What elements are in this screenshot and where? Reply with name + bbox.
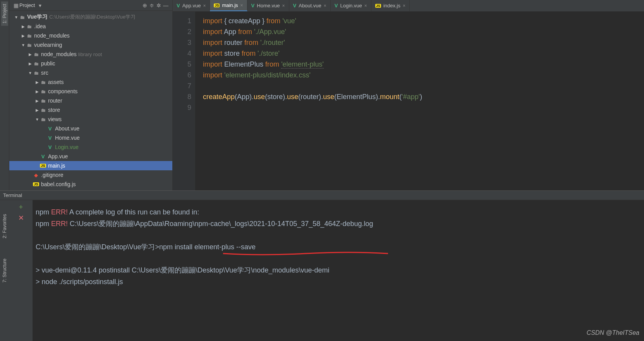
project-panel: ▦ Project ▾ ⊕ ≑ ✲ — ▼🖿Vue学习C:\Users\爱闹的蹦… — [9, 0, 173, 190]
project-panel-title: Project — [19, 2, 35, 8]
project-icon: ▦ — [12, 2, 19, 9]
tree-row[interactable]: ▶🖿public — [9, 59, 172, 68]
toolwindow-tab-favorites[interactable]: 2: Favorites — [1, 212, 8, 241]
terminal-header[interactable]: Terminal — [0, 191, 644, 200]
tree-row[interactable]: ◆.gitignore — [9, 170, 172, 180]
close-icon[interactable]: × — [364, 3, 367, 9]
tree-row[interactable]: JSbabel.config.js — [9, 180, 172, 189]
upper-pane: 1: Project ▦ Project ▾ ⊕ ≑ ✲ — ▼🖿Vue学习C:… — [0, 0, 644, 190]
tree-row[interactable]: ▼🖿src — [9, 68, 172, 77]
toolwindow-tab-project[interactable]: 1: Project — [1, 2, 8, 26]
terminal-toolbar: + ✕ — [9, 200, 33, 341]
project-tree[interactable]: ▼🖿Vue学习C:\Users\爱闹的蹦蹦\Desktop\Vue学习▶🖿.id… — [9, 11, 172, 190]
tree-row[interactable]: ▶🖿node_moduleslibrary root — [9, 50, 172, 59]
close-terminal-button[interactable]: ✕ — [17, 214, 25, 222]
tree-row[interactable]: ▼🖿views — [9, 115, 172, 124]
terminal-content[interactable]: npm ERR! A complete log of this run can … — [33, 200, 644, 341]
left-toolwindow-strip: 1: Project — [0, 0, 9, 190]
close-icon[interactable]: × — [282, 3, 285, 9]
tree-row[interactable]: ▶🖿node_modules — [9, 31, 172, 40]
tree-row[interactable]: VApp.vue — [9, 152, 172, 161]
editor-tab[interactable]: VLogin.vue× — [331, 0, 371, 11]
tree-row[interactable]: ▼🖿Vue学习C:\Users\爱闹的蹦蹦\Desktop\Vue学习 — [9, 12, 172, 22]
tree-row[interactable]: VHome.vue — [9, 133, 172, 142]
terminal-pane: Terminal 2: Favorites 7: Structure + ✕ n… — [0, 190, 644, 341]
tree-row[interactable]: ▶🖿components — [9, 87, 172, 96]
code-area[interactable]: 123456789 import { createApp } from 'vue… — [173, 12, 644, 190]
line-gutter: 123456789 — [173, 12, 195, 190]
left-toolwindow-strip-lower: 2: Favorites 7: Structure — [0, 200, 9, 341]
tree-row[interactable]: ▶🖿router — [9, 96, 172, 105]
tree-row[interactable]: ▶🖿assets — [9, 77, 172, 87]
watermark: CSDN @TheITSea — [587, 327, 639, 339]
toolwindow-tab-structure[interactable]: 7: Structure — [1, 256, 8, 285]
editor-pane: VApp.vue×JSmain.js×VHome.vue×VAbout.vue×… — [173, 0, 644, 190]
tree-row[interactable]: ▶🖿.idea — [9, 22, 172, 31]
close-icon[interactable]: × — [203, 3, 206, 9]
new-terminal-button[interactable]: + — [17, 203, 25, 211]
editor-tab[interactable]: VApp.vue× — [173, 0, 210, 11]
tree-row[interactable]: VAbout.vue — [9, 124, 172, 133]
editor-tab[interactable]: JSindex.js× — [371, 0, 410, 11]
app-root: 1: Project ▦ Project ▾ ⊕ ≑ ✲ — ▼🖿Vue学习C:… — [0, 0, 644, 341]
locate-icon[interactable]: ⊕ — [141, 2, 148, 9]
hide-icon[interactable]: — — [162, 2, 169, 9]
code-content[interactable]: import { createApp } from 'vue'import Ap… — [195, 12, 644, 190]
tree-row[interactable]: ▶🖿store — [9, 105, 172, 115]
close-icon[interactable]: × — [240, 3, 243, 8]
close-icon[interactable]: × — [324, 3, 326, 9]
project-panel-header: ▦ Project ▾ ⊕ ≑ ✲ — — [9, 0, 172, 11]
terminal-body: 2: Favorites 7: Structure + ✕ npm ERR! A… — [0, 200, 644, 341]
gear-icon[interactable]: ✲ — [155, 2, 162, 9]
editor-tabs: VApp.vue×JSmain.js×VHome.vue×VAbout.vue×… — [173, 0, 644, 12]
collapse-icon[interactable]: ≑ — [148, 2, 155, 9]
editor-tab[interactable]: VAbout.vue× — [289, 0, 331, 11]
tree-row[interactable]: VLogin.vue — [9, 142, 172, 152]
editor-tab[interactable]: VHome.vue× — [247, 0, 289, 11]
editor-tab[interactable]: JSmain.js× — [210, 0, 247, 11]
tree-row[interactable]: ▼🖿vuelearning — [9, 40, 172, 50]
close-icon[interactable]: × — [403, 3, 405, 9]
tree-row[interactable]: JSmain.js — [9, 161, 172, 170]
dropdown-icon[interactable]: ▾ — [36, 2, 43, 9]
